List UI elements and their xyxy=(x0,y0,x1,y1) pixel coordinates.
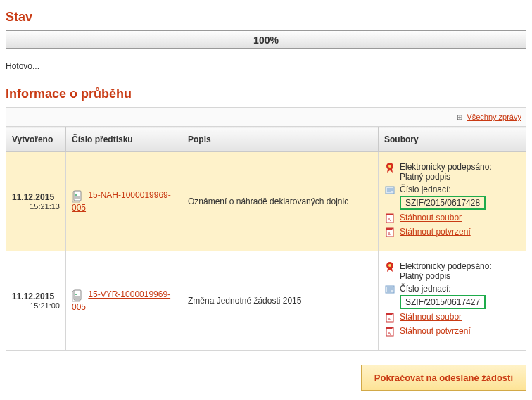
table-row: 11.12.2015 15:21:13 15-NAH-1000019969-00… xyxy=(6,152,526,251)
ref-label: Číslo jednací: xyxy=(400,284,451,294)
svg-text:A: A xyxy=(388,317,391,321)
download-confirm-link[interactable]: Stáhnout potvrzení xyxy=(400,227,471,237)
date-value: 11.12.2015 xyxy=(12,292,54,301)
expand-icon: ⊞ xyxy=(457,113,462,121)
cell-number: 15-VYR-1000019969-005 xyxy=(66,251,182,351)
time-value: 15:21:13 xyxy=(12,202,60,211)
col-created: Vytvořeno xyxy=(6,127,66,152)
signed-label: Elektronicky podepsáno: xyxy=(400,261,492,271)
signed-block: Elektronicky podepsáno: Platný podpis xyxy=(400,261,520,281)
pdf-icon: A xyxy=(384,312,397,323)
ref-block: Číslo jednací: SZIF/2015/0617428 xyxy=(400,185,520,210)
svg-point-1 xyxy=(75,194,77,196)
svg-text:A: A xyxy=(388,232,391,236)
process-table: Vytvořeno Číslo předtisku Popis Soubory … xyxy=(6,127,526,351)
cell-created: 11.12.2015 15:21:00 xyxy=(6,251,66,351)
all-messages-link[interactable]: Všechny zprávy xyxy=(467,113,521,121)
date-value: 11.12.2015 xyxy=(12,192,54,202)
pdf-icon: A xyxy=(384,213,397,224)
pretisk-link[interactable]: 15-VYR-1000019969-005 xyxy=(72,289,170,312)
svg-text:A: A xyxy=(388,331,391,335)
svg-text:A: A xyxy=(388,218,391,222)
signed-status: Platný podpis xyxy=(400,271,450,281)
svg-rect-0 xyxy=(74,191,81,201)
svg-rect-9 xyxy=(74,290,81,300)
svg-point-12 xyxy=(388,264,391,267)
col-files: Soubory xyxy=(379,127,526,152)
col-desc: Popis xyxy=(182,127,379,152)
stav-heading: Stav xyxy=(6,10,526,25)
cell-number: 15-NAH-1000019969-005 xyxy=(66,152,182,251)
reference-icon xyxy=(384,185,397,196)
cell-files: Elektronicky podepsáno: Platný podpis Čí… xyxy=(379,251,526,351)
svg-point-10 xyxy=(75,294,77,295)
download-file-link[interactable]: Stáhnout soubor xyxy=(400,213,462,223)
status-text: Hotovo... xyxy=(6,61,526,71)
document-icon xyxy=(72,190,83,203)
cell-created: 11.12.2015 15:21:13 xyxy=(6,152,66,251)
col-number: Číslo předtisku xyxy=(66,127,182,152)
prubeh-heading: Informace o průběhu xyxy=(6,87,526,101)
pdf-icon: A xyxy=(384,326,397,337)
download-confirm-link[interactable]: Stáhnout potvrzení xyxy=(400,326,471,336)
progress-bar: 100% xyxy=(6,30,526,49)
document-icon xyxy=(72,289,83,302)
pretisk-link[interactable]: 15-NAH-1000019969-005 xyxy=(72,190,171,213)
cell-desc: Změna Jednotné žádosti 2015 xyxy=(182,251,379,351)
table-header-row: Vytvořeno Číslo předtisku Popis Soubory xyxy=(6,127,526,152)
ref-label: Číslo jednací: xyxy=(400,185,451,194)
progress-label: 100% xyxy=(6,31,526,49)
all-messages-bar: ⊞ Všechny zprávy xyxy=(6,107,526,127)
download-file-link[interactable]: Stáhnout soubor xyxy=(400,312,462,322)
signed-block: Elektronicky podepsáno: Platný podpis xyxy=(400,162,520,182)
reference-icon xyxy=(384,284,397,295)
signature-ribbon-icon xyxy=(384,261,397,273)
ref-value: SZIF/2015/0617428 xyxy=(400,196,486,210)
ref-block: Číslo jednací: SZIF/2015/0617427 xyxy=(400,284,520,309)
continue-button[interactable]: Pokračovat na odeslané žádosti xyxy=(361,365,526,391)
signed-label: Elektronicky podepsáno: xyxy=(400,162,492,172)
table-row: 11.12.2015 15:21:00 15-VYR-1000019969-00… xyxy=(6,251,526,351)
signed-status: Platný podpis xyxy=(400,172,450,182)
cell-files: Elektronicky podepsáno: Platný podpis Čí… xyxy=(379,152,526,251)
pdf-icon: A xyxy=(384,227,397,238)
svg-point-3 xyxy=(388,165,391,168)
time-value: 15:21:00 xyxy=(12,301,60,310)
cell-desc: Oznámení o náhradě deklarovaných dojnic xyxy=(182,152,379,251)
ref-value: SZIF/2015/0617427 xyxy=(400,295,486,309)
signature-ribbon-icon xyxy=(384,162,397,173)
